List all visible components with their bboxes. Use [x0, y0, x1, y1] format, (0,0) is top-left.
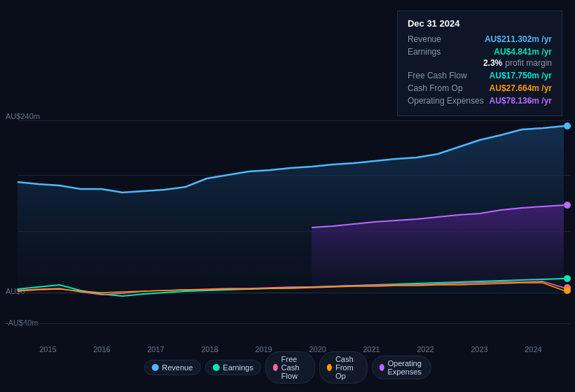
legend-label-revenue: Revenue — [162, 363, 193, 372]
chart-legend: Revenue Earnings Free Cash Flow Cash Fro… — [144, 351, 431, 384]
svg-point-2 — [564, 275, 571, 282]
legend-label-cfo: Cash From Op — [335, 355, 360, 380]
legend-dot-cfo — [327, 364, 332, 371]
legend-dot-earnings — [212, 364, 219, 371]
fcf-value: AU$17.750m /yr — [490, 71, 552, 80]
legend-label-opex: Operating Expenses — [388, 359, 424, 376]
fcf-label: Free Cash Flow — [408, 71, 485, 80]
x-label-2024: 2024 — [525, 345, 541, 354]
profit-pct: 2.3% — [483, 58, 502, 68]
earnings-label: Earnings — [408, 47, 485, 57]
legend-dot-opex — [379, 364, 384, 371]
tooltip-row-fcf: Free Cash Flow AU$17.750m /yr — [408, 71, 552, 80]
tooltip-row-earnings: Earnings AU$4.841m /yr — [408, 47, 552, 57]
legend-opex[interactable]: Operating Expenses — [371, 356, 431, 379]
profit-label: profit margin — [505, 58, 552, 68]
svg-point-4 — [564, 287, 571, 294]
legend-label-earnings: Earnings — [223, 363, 253, 372]
revenue-label: Revenue — [408, 34, 485, 44]
earnings-value: AU$4.841m /yr — [494, 47, 552, 57]
legend-cfo[interactable]: Cash From Op — [319, 351, 367, 384]
chart-container: Dec 31 2024 Revenue AU$211.302m /yr Earn… — [0, 0, 575, 392]
x-label-2015: 2015 — [39, 345, 56, 354]
tooltip-row-revenue: Revenue AU$211.302m /yr — [408, 34, 552, 44]
opex-label: Operating Expenses — [408, 96, 485, 106]
x-label-2016: 2016 — [93, 345, 110, 354]
cfo-value: AU$27.664m /yr — [490, 83, 552, 93]
x-label-2023: 2023 — [471, 345, 487, 354]
legend-dot-fcf — [273, 364, 278, 371]
cfo-label: Cash From Op — [408, 83, 485, 93]
legend-dot-revenue — [151, 364, 158, 371]
legend-fcf[interactable]: Free Cash Flow — [265, 351, 315, 384]
revenue-value: AU$211.302m /yr — [485, 34, 552, 44]
tooltip-card: Dec 31 2024 Revenue AU$211.302m /yr Earn… — [397, 10, 562, 116]
tooltip-row-cfo: Cash From Op AU$27.664m /yr — [408, 83, 552, 93]
legend-revenue[interactable]: Revenue — [144, 360, 200, 375]
svg-point-0 — [564, 122, 571, 130]
legend-earnings[interactable]: Earnings — [205, 360, 261, 375]
svg-point-1 — [564, 202, 571, 209]
profit-margin-row: 2.3% profit margin — [408, 58, 552, 68]
opex-value: AU$78.136m /yr — [490, 96, 552, 106]
legend-label-fcf: Free Cash Flow — [282, 355, 307, 380]
tooltip-date: Dec 31 2024 — [408, 18, 552, 29]
chart-svg — [18, 108, 571, 340]
tooltip-row-opex: Operating Expenses AU$78.136m /yr — [408, 96, 552, 106]
